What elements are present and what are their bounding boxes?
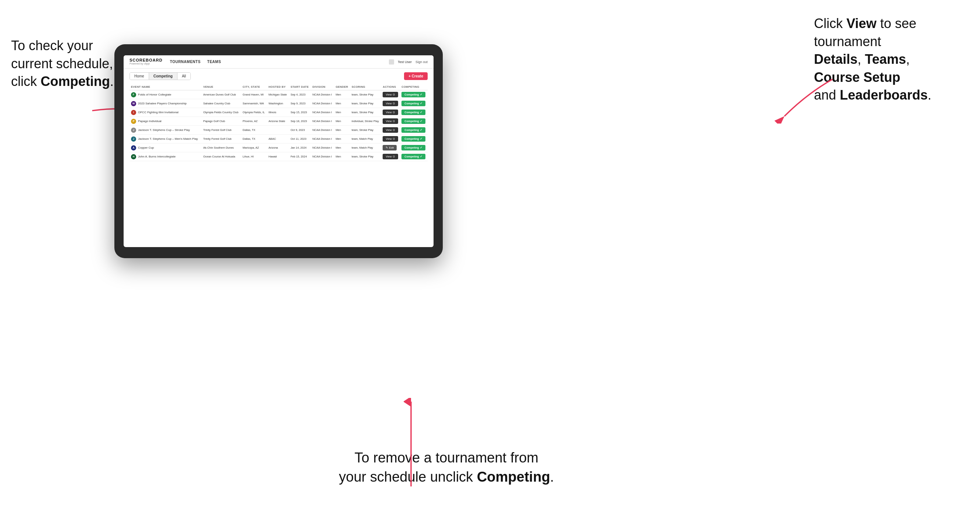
start-date-cell: Oct 11, 2023 (289, 135, 311, 143)
city-state-cell: Maricopa, AZ (241, 143, 267, 152)
table-row: I OFCC Fighting Illini Invitational Olym… (129, 108, 428, 117)
actions-cell[interactable]: View ⊙ (381, 152, 400, 161)
gender-cell: Men (334, 152, 350, 161)
gender-cell: Men (334, 108, 350, 117)
tablet-frame: SCOREBOARD Powered by clippi TOURNAMENTS… (115, 44, 443, 258)
team-logo: J (131, 128, 136, 133)
competing-button[interactable]: Competing ✓ (401, 145, 425, 151)
event-name-cell: H John A. Burns Intercollegiate (129, 152, 202, 161)
competing-button[interactable]: Competing ✓ (401, 118, 425, 124)
brand-sub: Powered by clippi (129, 62, 162, 65)
event-name: OFCC Fighting Illini Invitational (138, 111, 178, 114)
col-actions: ACTIONS (381, 84, 400, 90)
team-logo: F (131, 92, 136, 97)
actions-cell[interactable]: View ⊙ (381, 108, 400, 117)
view-button[interactable]: View ⊙ (383, 110, 398, 115)
gender-cell: Men (334, 126, 350, 135)
venue-cell: American Dunes Golf Club (202, 90, 241, 99)
competing-button[interactable]: Competing ✓ (401, 136, 425, 141)
navbar: SCOREBOARD Powered by clippi TOURNAMENTS… (124, 55, 434, 68)
table-header-row: EVENT NAME VENUE CITY, STATE HOSTED BY S… (129, 84, 428, 90)
competing-cell[interactable]: Competing ✓ (400, 135, 428, 143)
actions-cell[interactable]: View ⊙ (381, 135, 400, 143)
hosted-by-cell: Illinois (267, 108, 289, 117)
event-name: 2023 Sahalee Players Championship (138, 102, 187, 105)
hosted-by-cell: Arizona State (267, 117, 289, 126)
competing-cell[interactable]: Competing ✓ (400, 108, 428, 117)
competing-cell[interactable]: Competing ✓ (400, 143, 428, 152)
table-row: A Copper Cup Ak-Chin Southern DunesMaric… (129, 143, 428, 152)
competing-button[interactable]: Competing ✓ (401, 154, 425, 159)
competing-button[interactable]: Competing ✓ (401, 127, 425, 133)
team-logo: J (131, 137, 136, 141)
hosted-by-cell: ABAC (267, 135, 289, 143)
competing-button[interactable]: Competing ✓ (401, 101, 425, 106)
event-name-cell: J Jackson T. Stephens Cup – Men's Match … (129, 135, 202, 143)
city-state-cell: Lihue, HI (241, 152, 267, 161)
scoring-cell: individual, Stroke Play (350, 117, 382, 126)
competing-cell[interactable]: Competing ✓ (400, 99, 428, 108)
division-cell: NCAA Division I (311, 99, 334, 108)
event-name-cell: W 2023 Sahalee Players Championship (129, 99, 202, 108)
division-cell: NCAA Division I (311, 143, 334, 152)
table-row: W 2023 Sahalee Players Championship Saha… (129, 99, 428, 108)
table-row: H John A. Burns Intercollegiate Ocean Co… (129, 152, 428, 161)
competing-cell[interactable]: Competing ✓ (400, 117, 428, 126)
brand: SCOREBOARD Powered by clippi (129, 58, 162, 65)
venue-cell: Sahalee Country Club (202, 99, 241, 108)
actions-cell[interactable]: View ⊙ (381, 117, 400, 126)
col-event-name: EVENT NAME (129, 84, 202, 90)
venue-cell: Ocean Course At Hokuala (202, 152, 241, 161)
col-start-date: START DATE (289, 84, 311, 90)
view-button[interactable]: View ⊙ (383, 136, 398, 141)
col-competing: COMPETING (400, 84, 428, 90)
view-button[interactable]: View ⊙ (383, 154, 398, 159)
sign-out-link[interactable]: Sign out (415, 60, 428, 64)
competing-cell[interactable]: Competing ✓ (400, 126, 428, 135)
view-button[interactable]: View ⊙ (383, 92, 398, 97)
actions-cell[interactable]: View ⊙ (381, 126, 400, 135)
tab-all[interactable]: All (178, 73, 190, 80)
scoring-cell: team, Stroke Play (350, 99, 382, 108)
actions-cell[interactable]: View ⊙ (381, 90, 400, 99)
hosted-by-cell: Hawaii (267, 152, 289, 161)
venue-cell: Trinity Forest Golf Club (202, 126, 241, 135)
event-name: Copper Cup (138, 146, 154, 149)
city-state-cell: Olympia Fields, IL (241, 108, 267, 117)
view-button[interactable]: View ⊙ (383, 101, 398, 106)
view-button[interactable]: View ⊙ (383, 118, 398, 124)
col-gender: GENDER (334, 84, 350, 90)
edit-button[interactable]: ✎ Edit (383, 145, 397, 151)
nav-links: TOURNAMENTS TEAMS (170, 60, 389, 64)
competing-cell[interactable]: Competing ✓ (400, 90, 428, 99)
user-label: Test User (398, 60, 412, 64)
team-logo: P (131, 119, 136, 124)
nav-teams[interactable]: TEAMS (207, 60, 221, 64)
division-cell: NCAA Division I (311, 135, 334, 143)
tab-group: Home Competing All (129, 72, 191, 80)
competing-cell[interactable]: Competing ✓ (400, 152, 428, 161)
create-button[interactable]: + Create (404, 72, 428, 80)
team-logo: W (131, 101, 136, 106)
table-row: F Folds of Honor Collegiate American Dun… (129, 90, 428, 99)
tab-home[interactable]: Home (130, 73, 149, 80)
tab-row: Home Competing All + Create (129, 72, 428, 80)
tournaments-table: EVENT NAME VENUE CITY, STATE HOSTED BY S… (129, 84, 428, 243)
gender-cell: Men (334, 99, 350, 108)
competing-button[interactable]: Competing ✓ (401, 92, 425, 97)
gender-cell: Men (334, 117, 350, 126)
city-state-cell: Phoenix, AZ (241, 117, 267, 126)
col-city-state: CITY, STATE (241, 84, 267, 90)
competing-button[interactable]: Competing ✓ (401, 110, 425, 115)
table-row: J Jackson T. Stephens Cup – Men's Match … (129, 135, 428, 143)
event-name-cell: A Copper Cup (129, 143, 202, 152)
tab-competing[interactable]: Competing (149, 73, 178, 80)
city-state-cell: Sammamish, WA (241, 99, 267, 108)
actions-cell[interactable]: ✎ Edit (381, 143, 400, 152)
event-name: John A. Burns Intercollegiate (138, 155, 176, 158)
actions-cell[interactable]: View ⊙ (381, 99, 400, 108)
team-logo: H (131, 154, 136, 159)
view-button[interactable]: View ⊙ (383, 127, 398, 133)
annotation-top-right: Click View to see tournament Details, Te… (814, 15, 969, 104)
nav-tournaments[interactable]: TOURNAMENTS (170, 60, 200, 64)
